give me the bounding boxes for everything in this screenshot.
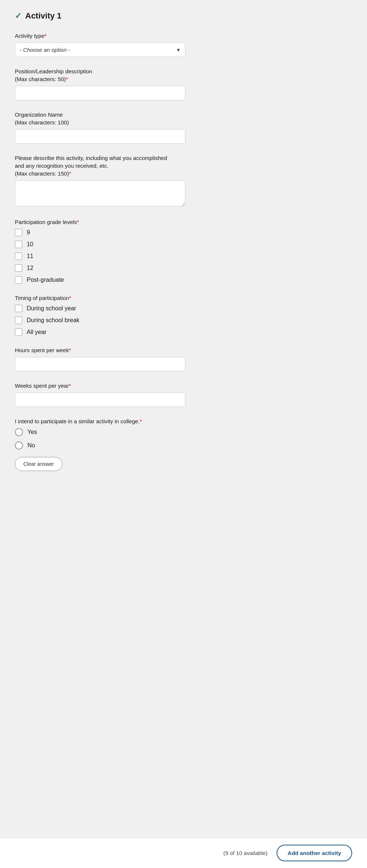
required-star-hours: *: [69, 347, 71, 353]
grade-postgraduate-checkbox[interactable]: [15, 276, 22, 284]
timing-school-break-checkbox[interactable]: [15, 317, 22, 324]
weeks-per-year-label: Weeks spent per year*: [15, 382, 352, 390]
required-star-timing: *: [69, 295, 71, 301]
grade-12-label: 12: [27, 265, 33, 271]
desc-label-line2: and any recognition you received, etc.: [15, 163, 109, 169]
hours-per-week-input[interactable]: [15, 357, 185, 371]
grade-9-item[interactable]: 9: [15, 229, 352, 236]
page-container: ✓ Activity 1 Activity type* - Choose an …: [0, 0, 367, 868]
organization-name-label: Organization Name (Max characters: 100): [15, 111, 352, 126]
timing-school-break-label: During school break: [27, 317, 79, 324]
grade-12-item[interactable]: 12: [15, 264, 352, 272]
required-star-college: *: [140, 418, 142, 424]
activity-type-select-wrapper: - Choose an option - Academic Art Athlet…: [15, 43, 185, 57]
activity-description-input[interactable]: [15, 180, 185, 206]
org-label-line1: Organization Name: [15, 111, 63, 118]
clear-answer-button[interactable]: Clear answer: [15, 457, 62, 471]
activity-type-label-text: Activity type: [15, 33, 44, 39]
organization-name-group: Organization Name (Max characters: 100): [15, 111, 352, 144]
timing-all-year-checkbox[interactable]: [15, 328, 22, 336]
add-another-activity-button[interactable]: Add another activity: [277, 845, 352, 861]
form-section: ✓ Activity 1 Activity type* - Choose an …: [0, 0, 367, 838]
desc-label-line3: (Max characters: 150): [15, 170, 69, 177]
hours-per-week-group: Hours spent per week*: [15, 346, 352, 371]
timing-label-text: Timing of participation: [15, 295, 69, 301]
activity-description-group: Please describe this activity, including…: [15, 154, 352, 208]
timing-all-year-item[interactable]: All year: [15, 328, 352, 336]
required-star-weeks: *: [69, 383, 71, 389]
position-label-line2: (Max characters: 50): [15, 76, 66, 82]
college-yes-label: Yes: [27, 429, 37, 435]
check-icon: ✓: [15, 11, 22, 21]
desc-label-line1: Please describe this activity, including…: [15, 155, 167, 161]
timing-participation-label: Timing of participation*: [15, 294, 352, 302]
grade-levels-label-text: Participation grade levels: [15, 219, 77, 225]
college-no-item[interactable]: No: [15, 441, 352, 450]
hours-label-text: Hours spent per week: [15, 347, 69, 353]
college-label-text: I intend to participate in a similar act…: [15, 418, 140, 424]
activity-title: Activity 1: [25, 11, 62, 21]
activity-description-label: Please describe this activity, including…: [15, 154, 352, 177]
grade-11-checkbox[interactable]: [15, 253, 22, 260]
grade-11-label: 11: [27, 253, 33, 260]
grade-10-label: 10: [27, 241, 33, 248]
activity-type-group: Activity type* - Choose an option - Acad…: [15, 32, 352, 57]
required-star-grade: *: [77, 219, 79, 225]
position-leadership-group: Position/Leadership description (Max cha…: [15, 67, 352, 100]
timing-school-year-label: During school year: [27, 305, 76, 312]
college-no-radio[interactable]: [15, 441, 23, 450]
college-no-label: No: [27, 442, 35, 449]
hours-per-week-label: Hours spent per week*: [15, 346, 352, 354]
weeks-label-text: Weeks spent per year: [15, 383, 69, 389]
position-leadership-label: Position/Leadership description (Max cha…: [15, 67, 352, 83]
grade-12-checkbox[interactable]: [15, 264, 22, 272]
college-yes-radio[interactable]: [15, 428, 23, 436]
position-label-line1: Position/Leadership description: [15, 68, 92, 74]
required-star-activity-type: *: [44, 33, 47, 39]
grade-postgraduate-item[interactable]: Post-graduate: [15, 276, 352, 284]
grade-11-item[interactable]: 11: [15, 253, 352, 260]
timing-school-break-item[interactable]: During school break: [15, 317, 352, 324]
college-yes-item[interactable]: Yes: [15, 428, 352, 436]
timing-checkboxes: During school year During school break A…: [15, 305, 352, 336]
grade-10-checkbox[interactable]: [15, 241, 22, 248]
grade-levels-group: Participation grade levels* 9 10 11 12: [15, 218, 352, 284]
grade-postgraduate-label: Post-graduate: [27, 277, 64, 283]
timing-school-year-item[interactable]: During school year: [15, 305, 352, 312]
activity-header: ✓ Activity 1: [15, 11, 352, 21]
grade-levels-label: Participation grade levels*: [15, 218, 352, 226]
weeks-per-year-input[interactable]: [15, 393, 185, 407]
grade-9-label: 9: [27, 229, 30, 236]
timing-all-year-label: All year: [27, 329, 46, 335]
footer-count: (9 of 10 available): [224, 850, 268, 856]
grade-10-item[interactable]: 10: [15, 241, 352, 248]
organization-name-input[interactable]: [15, 129, 185, 144]
college-participation-group: I intend to participate in a similar act…: [15, 417, 352, 471]
org-label-line2: (Max characters: 100): [15, 119, 69, 126]
timing-participation-group: Timing of participation* During school y…: [15, 294, 352, 336]
activity-type-label: Activity type*: [15, 32, 352, 40]
activity-type-select[interactable]: - Choose an option - Academic Art Athlet…: [15, 43, 185, 57]
footer-bar: (9 of 10 available) Add another activity: [0, 838, 367, 868]
grade-levels-checkboxes: 9 10 11 12 Post-graduate: [15, 229, 352, 284]
weeks-per-year-group: Weeks spent per year*: [15, 382, 352, 407]
required-star-description: *: [69, 170, 71, 177]
grade-9-checkbox[interactable]: [15, 229, 22, 236]
required-star-position: *: [66, 76, 68, 82]
college-participation-radios: Yes No: [15, 428, 352, 450]
timing-school-year-checkbox[interactable]: [15, 305, 22, 312]
college-participation-label: I intend to participate in a similar act…: [15, 417, 352, 425]
position-leadership-input[interactable]: [15, 86, 185, 100]
